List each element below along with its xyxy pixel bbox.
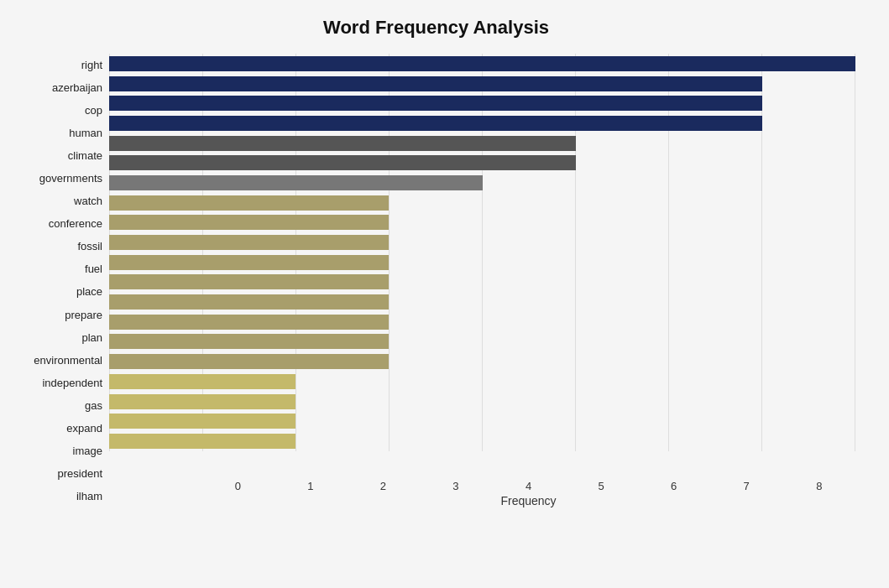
bar — [109, 315, 389, 330]
y-label: environmental — [34, 355, 102, 366]
bar-row — [109, 213, 855, 232]
y-label: independent — [42, 377, 102, 388]
bar-row — [109, 75, 855, 93]
x-axis-label: 0 — [201, 480, 275, 492]
y-label: watch — [74, 195, 102, 206]
y-label: conference — [49, 218, 102, 229]
bar-row — [109, 233, 855, 252]
y-label: gas — [85, 400, 102, 411]
bar-row — [109, 174, 855, 192]
bar — [109, 56, 855, 71]
bar-row — [109, 154, 855, 172]
bar — [109, 155, 576, 170]
x-axis-label: 6 — [637, 480, 710, 492]
bar-row — [109, 253, 855, 272]
y-label: prepare — [65, 310, 102, 320]
x-axis-label: 2 — [347, 480, 420, 492]
bar — [109, 195, 389, 211]
y-label: fossil — [77, 241, 102, 252]
chart-title: Word Frequency Analysis — [17, 17, 855, 39]
bar-row — [109, 372, 855, 391]
bar-row — [109, 313, 855, 331]
chart-area: rightazerbaijancophumanclimategovernment… — [17, 54, 855, 507]
x-axis-label: 4 — [492, 480, 565, 492]
bar-row — [109, 273, 855, 291]
x-axis-label: 3 — [420, 480, 493, 492]
bars-wrapper — [109, 54, 855, 476]
bar-row — [109, 293, 855, 311]
bar — [109, 215, 389, 230]
bar-row — [109, 432, 855, 450]
bar — [109, 394, 295, 409]
bar-row — [109, 114, 855, 133]
x-axis-labels: 012345678 — [201, 476, 855, 492]
y-label: governments — [39, 173, 102, 184]
bar — [109, 374, 295, 389]
chart-container: Word Frequency Analysis rightazerbaijanc… — [0, 0, 889, 588]
y-label: ilham — [76, 491, 102, 502]
bar — [109, 136, 576, 151]
y-label: plan — [81, 332, 102, 343]
bar-row — [109, 412, 855, 430]
y-label: fuel — [85, 263, 102, 274]
bar — [109, 334, 389, 349]
bar — [109, 414, 295, 429]
bar-row — [109, 134, 855, 153]
bar-row — [109, 393, 855, 411]
y-label: place — [76, 286, 102, 297]
y-label: image — [73, 445, 102, 456]
bar — [109, 255, 389, 270]
y-label: right — [81, 60, 102, 70]
y-label: azerbaijan — [52, 82, 102, 93]
x-axis-label: 8 — [783, 480, 856, 492]
y-label: expand — [66, 423, 102, 434]
bar-row — [109, 332, 855, 351]
bottom-area: 012345678 Frequency — [201, 476, 855, 507]
y-label: climate — [68, 150, 102, 161]
bar — [109, 434, 295, 449]
x-axis-title: Frequency — [201, 494, 855, 507]
y-labels: rightazerbaijancophumanclimategovernment… — [17, 54, 109, 507]
bars-and-grid — [109, 54, 855, 476]
bar — [109, 116, 762, 131]
x-axis-label: 5 — [565, 480, 638, 492]
y-label: president — [58, 468, 102, 479]
bar-row — [109, 94, 855, 112]
y-label: human — [69, 127, 102, 138]
bar-row — [109, 194, 855, 212]
bar — [109, 294, 389, 310]
bar-row — [109, 55, 855, 73]
y-label: cop — [85, 105, 102, 116]
bar-row — [109, 352, 855, 371]
bar — [109, 274, 389, 289]
bar — [109, 96, 762, 111]
bar — [109, 76, 762, 91]
bar — [109, 235, 389, 250]
bar — [109, 175, 483, 190]
bar — [109, 354, 389, 369]
x-axis-label: 1 — [275, 480, 348, 492]
x-axis-label: 7 — [710, 480, 783, 492]
